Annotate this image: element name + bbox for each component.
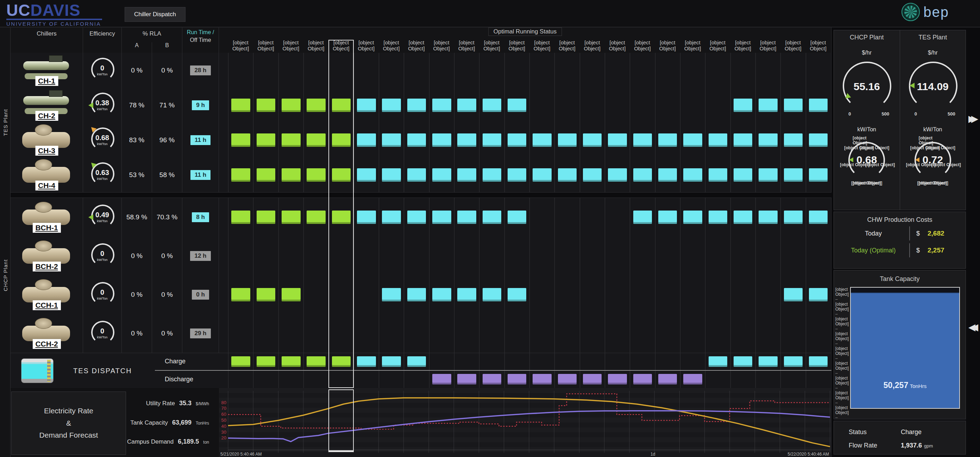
run-status-bar bbox=[683, 168, 702, 182]
run-status-bar bbox=[457, 210, 476, 224]
logo-uc-text: UC bbox=[6, 1, 30, 19]
timeline-cell bbox=[730, 314, 756, 353]
chiller-icon: CCH-1 bbox=[20, 279, 73, 311]
timeline-cell bbox=[253, 314, 278, 353]
chcp-eff-gauge: 0.68 [object Object][object Object][obje… bbox=[838, 134, 895, 188]
efficiency-unit: kW/Ton bbox=[88, 258, 117, 261]
timeline-title: Optimal Running Status bbox=[488, 27, 562, 36]
rla-b-value: 70.3 % bbox=[152, 198, 182, 237]
legend-value: 6,189.5 bbox=[178, 438, 199, 445]
runtime-badge: 0 h bbox=[192, 290, 209, 299]
timeline-cell bbox=[655, 353, 680, 370]
hour-label: [object Object] bbox=[756, 40, 780, 51]
runtime-badge: 12 h bbox=[190, 251, 210, 261]
timeline-cell bbox=[328, 371, 353, 388]
timeline-row bbox=[219, 53, 832, 88]
svg-text:70: 70 bbox=[221, 406, 226, 411]
timeline-cell bbox=[605, 237, 630, 275]
timeline-row bbox=[219, 88, 832, 123]
tank-axis-tick: [object Object] bbox=[835, 346, 849, 361]
tank-axis-tick: [object Object] bbox=[835, 317, 849, 331]
run-status-bar bbox=[257, 288, 275, 301]
timeline-cell bbox=[655, 53, 680, 88]
forecast-legend-area: Electricity Rate & Demand Forecast Utili… bbox=[11, 388, 219, 457]
hour-label: [object Object] bbox=[680, 40, 705, 51]
tank-value-unit: TonHrs bbox=[910, 383, 927, 389]
run-status-bar bbox=[432, 288, 451, 301]
timeline-cell bbox=[479, 123, 504, 158]
hour-label: [object Object] bbox=[504, 40, 530, 51]
run-status-bar bbox=[558, 168, 577, 182]
chiller-icon: CH-3 bbox=[20, 124, 73, 156]
chiller-name: BCH-2 bbox=[32, 261, 60, 271]
timeline-cell bbox=[404, 353, 429, 370]
rla-a-value: 0 % bbox=[122, 275, 152, 314]
run-status-bar bbox=[407, 288, 426, 301]
cost-label: Today bbox=[837, 226, 910, 240]
run-status-bar bbox=[407, 168, 426, 182]
legend-item: Tank Capacity 63,699 TonHrs bbox=[126, 419, 209, 427]
efficiency-unit: kW/Ton bbox=[88, 142, 117, 146]
hour-label: [object Object] bbox=[479, 40, 504, 51]
timeline-cell bbox=[630, 158, 655, 192]
run-status-bar bbox=[733, 168, 752, 182]
run-status-bar bbox=[533, 168, 551, 182]
timeline-cell bbox=[605, 371, 630, 388]
efficiency-unit: kW/Ton bbox=[88, 73, 117, 76]
timeline-cell bbox=[228, 371, 253, 388]
charge-bar bbox=[407, 356, 426, 367]
legend-unit: $/MWh bbox=[196, 401, 209, 406]
run-status-bar bbox=[709, 168, 727, 182]
hour-label: [object Object] bbox=[404, 40, 429, 51]
collapse-left-icon[interactable]: ◀◀ bbox=[966, 322, 980, 333]
timeline-cell bbox=[580, 158, 605, 192]
timeline-cell bbox=[580, 371, 605, 388]
header-offtime: Off Time bbox=[182, 37, 219, 43]
chiller-row: CCH-1 0 kW/Ton 0 % 0 % bbox=[11, 275, 832, 314]
timeline-cell bbox=[806, 88, 831, 123]
tes-eff-unit: kW/Ton bbox=[923, 126, 942, 133]
run-status-bar bbox=[357, 99, 375, 112]
cost-value: 2,682 bbox=[928, 229, 945, 237]
chiller-row: CH-1 0 kW/Ton 0 % 0 % bbox=[11, 53, 832, 88]
expand-right-icon[interactable]: ▶▶ bbox=[966, 113, 980, 124]
timeline-cell bbox=[580, 198, 605, 237]
rla-b-value: 58 % bbox=[152, 158, 182, 192]
timeline-cell bbox=[756, 198, 780, 237]
timeline-cell bbox=[228, 158, 253, 192]
section-divider bbox=[11, 192, 832, 198]
timeline-cell bbox=[780, 314, 805, 353]
timeline-cell bbox=[630, 371, 655, 388]
timeline-cell bbox=[530, 353, 554, 370]
discharge-bar bbox=[457, 374, 476, 384]
timeline-cell bbox=[228, 53, 253, 88]
timeline-cell bbox=[328, 275, 353, 314]
chw-production-costs: CHW Production Costs Today $ 2,682 Today… bbox=[834, 212, 966, 269]
timeline-cell bbox=[304, 237, 328, 275]
efficiency-value: 0 bbox=[88, 327, 117, 335]
discharge-bar bbox=[633, 374, 652, 384]
costs-title: CHW Production Costs bbox=[834, 216, 966, 224]
tab-chiller-dispatch[interactable]: Chiller Dispatch bbox=[125, 7, 186, 22]
efficiency-gauge: 0.63 kW/Ton bbox=[88, 159, 117, 191]
timeline-cell bbox=[429, 53, 454, 88]
discharge-bar bbox=[432, 374, 451, 384]
timeline-cell bbox=[328, 237, 353, 275]
run-status-bar bbox=[483, 99, 501, 112]
timeline-cell bbox=[354, 88, 379, 123]
charge-bar bbox=[784, 356, 803, 367]
timeline-cell bbox=[454, 275, 479, 314]
currency-symbol: $ bbox=[916, 230, 920, 237]
plant-gauges-section: CHCP Plant $/hr 55.16 0 500 kW/Ton 0.68 bbox=[834, 30, 966, 210]
run-status-bar bbox=[809, 134, 827, 147]
timeline-cell bbox=[530, 275, 554, 314]
timeline-cell bbox=[806, 198, 831, 237]
timeline-cell bbox=[228, 314, 253, 353]
timeline-cell bbox=[530, 237, 554, 275]
efficiency-gauge: 0 kW/Ton bbox=[88, 318, 117, 349]
timeline-cell bbox=[228, 123, 253, 158]
timeline-cell bbox=[705, 275, 730, 314]
timeline-cell bbox=[429, 314, 454, 353]
status-label: Status bbox=[834, 428, 901, 436]
timeline-cell bbox=[404, 371, 429, 388]
